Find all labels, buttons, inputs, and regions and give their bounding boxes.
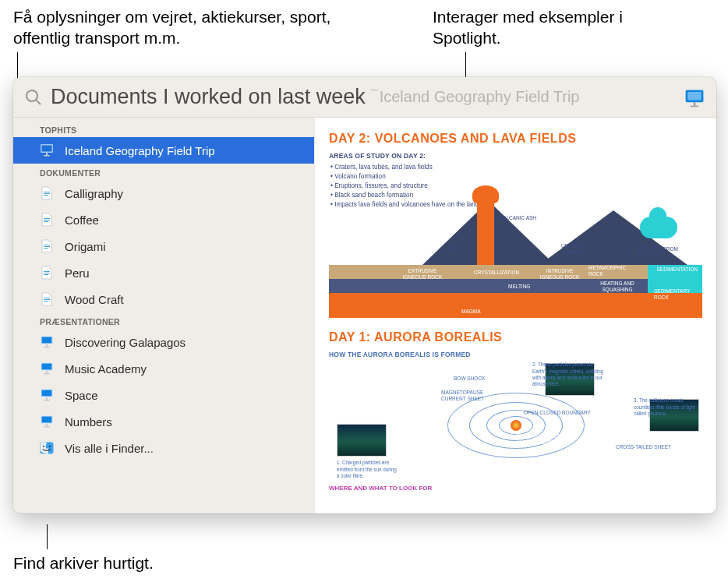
svg-rect-10 <box>44 195 48 196</box>
result-music-academy[interactable]: Music Academy <box>13 355 314 382</box>
result-calligraphy[interactable]: Calligraphy <box>13 180 314 206</box>
label-cross-tail: CROSS-TAILED SHEET <box>616 444 671 450</box>
label-open-closed: OPEN-CLOSED BOUNDARY <box>524 410 591 415</box>
svg-rect-29 <box>46 371 48 373</box>
spotlight-window: Documents I worked on last week Iceland … <box>13 77 716 513</box>
result-label: Space <box>65 389 98 402</box>
svg-rect-30 <box>44 373 50 375</box>
result-label: Peru <box>65 266 90 280</box>
svg-rect-32 <box>42 390 52 397</box>
leader-line <box>47 524 48 549</box>
section-tophits: TOPHITS <box>13 121 314 137</box>
result-label: Numbers <box>65 415 112 429</box>
preview-day1-subtitle: HOW THE AURORA BOREALIS IS FORMED <box>329 351 702 358</box>
svg-rect-33 <box>46 397 48 400</box>
svg-rect-13 <box>44 221 48 222</box>
label-bow-shock: BOW SHOCK <box>454 376 485 381</box>
svg-rect-2 <box>694 102 696 105</box>
result-label: Coffee <box>65 213 99 227</box>
svg-rect-37 <box>46 424 48 426</box>
label-melting: MELTING <box>508 284 530 289</box>
earth-core <box>511 420 521 431</box>
label-radiation: RADIATION BELTS AND RING CURRENTS <box>516 433 571 444</box>
result-label: Wood Craft <box>65 293 124 306</box>
svg-rect-25 <box>46 344 48 347</box>
label-magnetopause: MAGNETOPAUSE CURRENT SHEET <box>441 390 485 400</box>
svg-rect-16 <box>44 248 48 249</box>
where-heading: WHERE AND WHAT TO LOOK FOR <box>329 485 702 492</box>
label-lava: LAVA <box>446 245 458 250</box>
results-sidebar: TOPHITS Iceland Geography Field Trip DOK… <box>13 118 314 513</box>
label-sedimentation: SEDIMENTATION <box>657 266 698 272</box>
result-coffee[interactable]: Coffee <box>13 206 314 233</box>
caption-1: 1. Charged particles are emitted from th… <box>337 460 399 479</box>
show-all-in-finder[interactable]: Vis alle i Finder... <box>13 435 314 461</box>
result-label: Iceland Geography Field Trip <box>65 144 215 157</box>
search-completion: Iceland Geography Field Trip <box>380 88 684 106</box>
result-label: Music Academy <box>65 362 147 376</box>
preview-day1-title: DAY 1: AURORA BOREALIS <box>329 330 702 344</box>
document-icon <box>40 213 54 227</box>
svg-rect-18 <box>44 273 50 273</box>
keynote-app-icon <box>684 86 705 108</box>
document-icon <box>40 239 54 253</box>
label-extrusive: EXTRUSIVE IGNEOUS ROCK <box>401 268 444 279</box>
svg-rect-3 <box>691 105 699 107</box>
callout-bottom: Find arkiver hurtigt. <box>13 552 154 573</box>
search-bar[interactable]: Documents I worked on last week Iceland … <box>13 77 716 118</box>
keynote-icon <box>40 414 54 429</box>
result-space[interactable]: Space <box>13 382 314 408</box>
svg-rect-17 <box>44 271 50 272</box>
lava-spout <box>477 193 494 265</box>
svg-rect-19 <box>44 274 48 275</box>
svg-rect-38 <box>44 426 50 428</box>
svg-rect-9 <box>44 193 50 194</box>
search-input-text[interactable]: Documents I worked on last week <box>51 85 366 109</box>
search-icon <box>24 88 43 107</box>
label-magma: MAGMA <box>461 309 481 314</box>
aurora-diagram: 1. Charged particles are emitted from th… <box>329 363 702 480</box>
label-sedimentary: SEDIMENTARY ROCK <box>654 288 698 299</box>
label-heating: HEATING AND SQUASHING <box>596 280 638 291</box>
svg-point-40 <box>43 446 44 447</box>
result-iceland-geography[interactable]: Iceland Geography Field Trip <box>13 137 314 164</box>
svg-rect-1 <box>687 92 701 101</box>
keynote-icon <box>40 362 54 376</box>
cloud-icon <box>640 217 677 238</box>
magma-band <box>329 293 702 318</box>
document-icon <box>40 266 54 280</box>
result-wood-craft[interactable]: Wood Craft <box>13 286 314 312</box>
keynote-icon <box>40 335 54 349</box>
svg-rect-5 <box>42 146 52 152</box>
svg-point-41 <box>49 446 51 447</box>
svg-rect-26 <box>44 347 50 348</box>
label-volcanic-ash: VOLCANIC ASH <box>499 215 536 220</box>
callout-top-right: Interager med eksempler i Spotlight. <box>433 6 666 49</box>
preview-day2-title: DAY 2: VOLCANOES AND LAVA FIELDS <box>329 132 702 146</box>
caption-3: 3. The collisions create countless littl… <box>634 397 701 417</box>
finder-icon <box>40 441 54 455</box>
aurora-thumb-1 <box>337 424 387 457</box>
callout-top-left: Få oplysninger om vejret, aktiekurser, s… <box>13 6 341 49</box>
section-presentations: PRÆSENTATIONER <box>13 312 314 329</box>
preview-pane[interactable]: DAY 2: VOLCANOES AND LAVA FIELDS AREAS O… <box>314 118 716 513</box>
svg-rect-24 <box>42 337 52 344</box>
label-metamorphic: METAMORPHIC ROCK <box>588 265 635 276</box>
result-origami[interactable]: Origami <box>13 233 314 259</box>
result-numbers[interactable]: Numbers <box>13 408 314 435</box>
svg-rect-21 <box>44 299 50 300</box>
svg-rect-7 <box>44 155 50 157</box>
spotlight-body: TOPHITS Iceland Geography Field Trip DOK… <box>13 118 716 513</box>
result-galapagos[interactable]: Discovering Galapagos <box>13 329 314 355</box>
svg-rect-36 <box>42 417 52 423</box>
svg-rect-22 <box>44 301 48 302</box>
svg-rect-14 <box>44 245 50 245</box>
document-icon <box>40 292 54 306</box>
svg-rect-20 <box>44 298 50 298</box>
svg-rect-11 <box>44 218 50 219</box>
result-peru[interactable]: Peru <box>13 259 314 286</box>
volcano-diagram: VOLCANIC ASH LAVA UPLIFT TO SURFACE EROS… <box>329 156 702 318</box>
result-label: Origami <box>65 240 106 253</box>
svg-rect-15 <box>44 246 50 247</box>
keynote-icon <box>40 143 54 157</box>
